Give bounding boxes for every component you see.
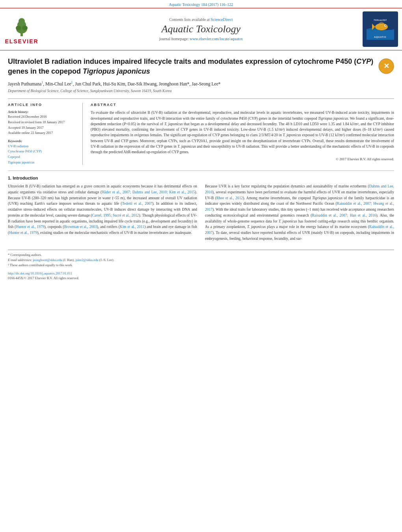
svg-point-5 <box>22 26 28 30</box>
email-2-name: (J.-S. Lee). <box>99 258 114 262</box>
homepage-label: journal homepage: <box>159 37 190 41</box>
svg-point-10 <box>385 25 386 26</box>
homepage-url[interactable]: www.elsevier.com/locate/aquatox <box>190 37 243 41</box>
aquatic-toxicology-logo: AQUATIC TOXIcoLOGY <box>363 11 398 47</box>
elsevier-tree-icon <box>8 14 35 37</box>
keyword-1: UV-B radiation <box>8 144 77 149</box>
svg-text:AQUATIC: AQUATIC <box>374 36 387 38</box>
article-title: Ultraviolet B radiation induces impaired… <box>8 57 374 76</box>
keyword-3: Copepod <box>8 154 77 160</box>
article-history: Article history: Received 24 December 20… <box>8 110 77 135</box>
authors-text: Jayesh Puthumana1, Min-Chul Lee1, Jun Ch… <box>8 82 221 86</box>
history-label: Article history: <box>8 110 77 114</box>
date-accepted: Accepted 19 January 2017 <box>8 125 77 131</box>
doi-line: http://dx.doi.org/10.1016/j.aquatox.2017… <box>8 271 394 276</box>
article-dates: Received 24 December 2016 Received in re… <box>8 114 77 135</box>
article-info-abstract: ARTICLE INFO Article history: Received 2… <box>8 98 394 165</box>
svg-text:✕: ✕ <box>383 62 389 70</box>
journal-header: ELSEVIER Contents lists available at Sci… <box>0 8 402 50</box>
keywords-label: Keywords: <box>8 139 77 143</box>
copyright-notice: © 2017 Elsevier B.V. All rights reserved… <box>91 157 394 161</box>
email-line: E-mail addresses: jeonghoon@skku.edu (J.… <box>8 258 394 263</box>
keyword-4: Tigriopus japonicus <box>8 160 77 165</box>
intro-left-para-1: Ultraviolet B (UV-B) radiation has emerg… <box>8 184 197 235</box>
elsevier-logo: ELSEVIER <box>4 14 39 44</box>
journal-reference: Aquatic Toxicology 184 (2017) 116–122 <box>169 2 233 7</box>
header-center: Contents lists available at ScienceDirec… <box>43 17 359 41</box>
top-reference-bar: Aquatic Toxicology 184 (2017) 116–122 <box>0 0 402 8</box>
journal-title: Aquatic Toxicology <box>43 23 359 35</box>
main-content: Ultraviolet B radiation induces impaired… <box>0 57 402 281</box>
svg-point-3 <box>19 18 25 24</box>
section-title-label: Introduction <box>13 176 38 180</box>
sciencedirect-url[interactable]: ScienceDirect <box>210 17 233 22</box>
date-online: Available online 22 January 2017 <box>8 130 77 136</box>
corresponding-note: * Corresponding authors. <box>8 252 394 258</box>
email-1[interactable]: jeonghoon@skku.edu <box>33 258 62 262</box>
aquatic-logo-text-area: AQUATIC TOXIcoLOGY <box>367 18 394 41</box>
journal-homepage: journal homepage: www.elsevier.com/locat… <box>43 37 359 41</box>
date-revised: Received in revised form 18 January 2017 <box>8 120 77 125</box>
section-number: 1. <box>8 176 11 180</box>
title-text: Ultraviolet B radiation induces impaired… <box>8 57 373 75</box>
svg-point-7 <box>375 23 388 30</box>
email-label: E-mail addresses: <box>8 258 33 262</box>
affiliation: Department of Biological Science, Colleg… <box>8 89 394 93</box>
abstract-header: ABSTRACT <box>91 103 394 107</box>
issn-copyright: 0166-445X/© 2017 Elsevier B.V. All right… <box>8 276 394 281</box>
intro-right-para-1: Because UVR is a key factor regulating t… <box>205 184 394 241</box>
introduction-body: Ultraviolet B (UV-B) radiation has emerg… <box>8 184 394 244</box>
authors: Jayesh Puthumana1, Min-Chul Lee1, Jun Ch… <box>8 80 394 87</box>
article-info-header: ARTICLE INFO <box>8 103 77 107</box>
footnotes: * Corresponding authors. E-mail addresse… <box>8 250 394 281</box>
doi-link[interactable]: http://dx.doi.org/10.1016/j.aquatox.2017… <box>8 271 72 275</box>
svg-point-4 <box>16 26 21 30</box>
contents-text: Contents lists available at <box>169 17 210 22</box>
keywords-list: UV-B radiation Cytochrome P450 (CYP) Cop… <box>8 144 77 165</box>
intro-left-col: Ultraviolet B (UV-B) radiation has emerg… <box>8 184 197 244</box>
keywords-section: Keywords: UV-B radiation Cytochrome P450… <box>8 139 77 165</box>
keyword-2: Cytochrome P450 (CYP) <box>8 149 77 154</box>
aquatic-logo-svg: AQUATIC TOXIcoLOGY <box>367 18 394 40</box>
crossmark-logo[interactable]: ✕ <box>378 58 394 74</box>
section-divider <box>8 171 394 171</box>
elsevier-label: ELSEVIER <box>5 38 38 44</box>
svg-text:TOXIcoLOGY: TOXIcoLOGY <box>374 19 387 21</box>
intro-right-col: Because UVR is a key factor regulating t… <box>205 184 394 244</box>
introduction-heading: 1. Introduction <box>8 176 394 180</box>
sciencedirect-link: Contents lists available at ScienceDirec… <box>43 17 359 22</box>
equal-contribution: ¹ These authors contributed equally to t… <box>8 263 394 268</box>
crossmark-icon: ✕ <box>378 58 394 74</box>
date-received: Received 24 December 2016 <box>8 114 77 120</box>
email-2[interactable]: jslee2@skku.edu <box>75 258 98 262</box>
abstract-column: ABSTRACT To evaluate the effects of ultr… <box>91 103 394 165</box>
email-1-name: (J. Han), <box>63 258 76 262</box>
abstract-text: To evaluate the effects of ultraviolet B… <box>91 110 394 155</box>
title-section: Ultraviolet B radiation induces impaired… <box>8 57 394 76</box>
article-info-column: ARTICLE INFO Article history: Received 2… <box>8 103 83 165</box>
